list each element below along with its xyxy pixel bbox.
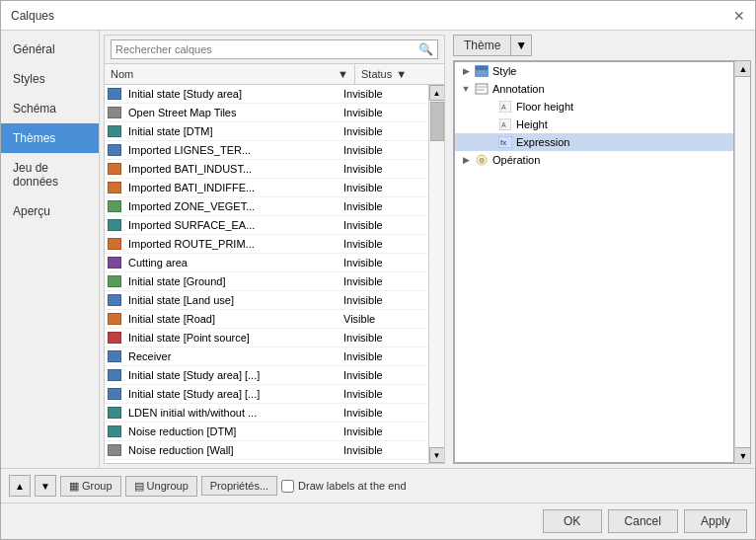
layer-row[interactable]: Imported LIGNES_TER...Invisible	[105, 141, 428, 160]
layer-status: Invisible	[340, 406, 428, 420]
ok-button[interactable]: OK	[543, 509, 602, 533]
operation-label: Opération	[492, 154, 729, 166]
operation-expander[interactable]: ▶	[459, 155, 473, 165]
layers-search-area: 🔍	[105, 36, 444, 64]
annotation-expander[interactable]: ▼	[459, 84, 473, 94]
layer-row[interactable]: Noise reduction [DTM]Invisible	[105, 423, 428, 441]
layer-row[interactable]: Imported ROUTE_PRIM...Invisible	[105, 235, 428, 254]
layer-row[interactable]: Imported BATI_INDIFFE...Invisible	[105, 179, 428, 197]
layer-status: Invisible	[340, 256, 428, 270]
layer-row[interactable]: Initial state [Study area] [...]Invisibl…	[105, 366, 428, 385]
layer-name: Initial state [Ground]	[124, 274, 340, 288]
theme-scroll-down[interactable]: ▼	[735, 447, 751, 463]
theme-tree[interactable]: ▶ Style ▼	[454, 61, 734, 463]
layer-row[interactable]: Initial state [Study area] [...]Invisibl…	[105, 385, 428, 404]
layer-name: Initial state [Point source]	[124, 331, 340, 345]
scroll-thumb[interactable]	[430, 102, 444, 141]
layer-name: Imported SURFACE_EA...	[124, 218, 340, 232]
annotation-icon	[473, 82, 491, 96]
move-up-button[interactable]: ▲	[9, 475, 31, 497]
properties-button[interactable]: Propriétés...	[201, 476, 277, 496]
group-button[interactable]: ▦ Group	[60, 476, 121, 497]
layer-icon	[105, 219, 124, 231]
sidebar-item-jeu[interactable]: Jeu de données	[1, 153, 99, 196]
svg-rect-2	[476, 71, 488, 75]
tree-item-height[interactable]: A Height	[455, 116, 733, 133]
tree-item-floor-height[interactable]: A Floor height	[455, 98, 733, 116]
bottom-toolbar: ▲ ▼ ▦ Group ▤ Ungroup Propriétés... Draw…	[1, 468, 755, 502]
layer-row[interactable]: Imported BATI_INDUST...Invisible	[105, 160, 428, 179]
sidebar-item-schema[interactable]: Schéma	[1, 94, 99, 123]
col-nom-header[interactable]: Nom ▼	[105, 64, 355, 84]
svg-text:⚙: ⚙	[479, 157, 485, 164]
apply-button[interactable]: Apply	[684, 509, 747, 533]
layer-icon	[105, 294, 124, 306]
theme-scroll-up[interactable]: ▲	[735, 61, 751, 77]
layer-row[interactable]: Initial state [Land use]Invisible	[105, 291, 428, 310]
layer-name: Imported ROUTE_PRIM...	[124, 237, 340, 251]
layer-icon	[105, 238, 124, 250]
scroll-up-btn[interactable]: ▲	[429, 85, 445, 101]
sidebar-item-styles[interactable]: Styles	[1, 64, 99, 94]
draw-labels-checkbox-label[interactable]: Draw labels at the end	[281, 480, 406, 493]
tree-item-annotation[interactable]: ▼ Annotation	[455, 80, 733, 98]
move-down-button[interactable]: ▼	[35, 475, 56, 497]
layer-row[interactable]: Noise reduction [Study a...]Invisible	[105, 460, 428, 463]
tree-item-operation[interactable]: ▶ ⚙ Opération	[455, 151, 733, 169]
layer-icon	[105, 444, 124, 456]
layer-name: LDEN initial with/without ...	[124, 406, 340, 420]
layer-row[interactable]: Initial state [Ground]Invisible	[105, 272, 428, 291]
layer-row[interactable]: Imported SURFACE_EA...Invisible	[105, 216, 428, 235]
layer-row[interactable]: Cutting areaInvisible	[105, 254, 428, 272]
draw-labels-checkbox[interactable]	[281, 480, 294, 493]
nom-sort-icon[interactable]: ▼	[338, 68, 348, 80]
layer-row[interactable]: Initial state [Study area]Invisible	[105, 85, 428, 104]
sidebar-item-general[interactable]: Général	[1, 35, 99, 64]
sidebar-item-apercu[interactable]: Aperçu	[1, 196, 99, 226]
search-input[interactable]	[115, 43, 418, 55]
sidebar-item-themes[interactable]: Thèmes	[1, 123, 99, 153]
down-arrow-icon: ▼	[40, 481, 50, 492]
layer-status: Invisible	[340, 106, 428, 119]
status-sort-icon[interactable]: ▼	[396, 68, 407, 80]
scroll-down-btn[interactable]: ▼	[429, 447, 445, 463]
theme-scroll-track[interactable]	[735, 77, 750, 447]
floor-height-label: Floor height	[516, 101, 729, 113]
layer-name: Receiver	[124, 349, 340, 363]
layer-status: Invisible	[340, 424, 428, 438]
layer-status: Invisible	[340, 462, 428, 463]
floor-height-icon: A	[496, 100, 514, 114]
tree-item-style[interactable]: ▶ Style	[455, 62, 733, 80]
theme-dropdown-btn[interactable]: ▼	[511, 35, 532, 56]
up-arrow-icon: ▲	[15, 481, 25, 492]
layer-icon	[105, 257, 124, 269]
layers-scrollbar[interactable]: ▲ ▼	[428, 85, 444, 463]
scroll-track[interactable]	[429, 101, 444, 447]
layer-row[interactable]: Open Street Map TilesInvisible	[105, 104, 428, 122]
search-box[interactable]: 🔍	[111, 39, 438, 59]
layers-list[interactable]: Initial state [Study area]InvisibleOpen …	[105, 85, 428, 463]
col-status-header[interactable]: Status ▼	[355, 64, 444, 84]
layer-row[interactable]: Initial state [DTM]Invisible	[105, 122, 428, 141]
close-button[interactable]: ✕	[733, 8, 745, 24]
layer-row[interactable]: Initial state [Point source]Invisible	[105, 329, 428, 347]
layer-name: Initial state [Road]	[124, 312, 340, 326]
layer-row[interactable]: Noise reduction [Wall]Invisible	[105, 441, 428, 460]
theme-button[interactable]: Thème	[453, 35, 511, 56]
layer-status: Invisible	[340, 143, 428, 157]
layer-row[interactable]: ReceiverInvisible	[105, 347, 428, 366]
layer-name: Noise reduction [Wall]	[124, 443, 340, 457]
cancel-button[interactable]: Cancel	[608, 509, 678, 533]
layer-status: Invisible	[340, 181, 428, 194]
layer-name: Noise reduction [Study a...]	[124, 462, 340, 463]
window-title: Calques	[11, 9, 54, 23]
layer-name: Imported BATI_INDIFFE...	[124, 181, 340, 194]
tree-item-expression[interactable]: fx Expression	[455, 133, 733, 151]
ungroup-button[interactable]: ▤ Ungroup	[125, 476, 197, 497]
layers-panel: 🔍 Nom ▼ Status ▼ Initial state [Study ar…	[104, 35, 445, 464]
layer-row[interactable]: Initial state [Road]Visible	[105, 310, 428, 329]
layer-row[interactable]: Imported ZONE_VEGET...Invisible	[105, 197, 428, 216]
layer-name: Initial state [Study area] [...]	[124, 387, 340, 401]
layer-row[interactable]: LDEN initial with/without ...Invisible	[105, 404, 428, 423]
layer-name: Initial state [Study area]	[124, 87, 340, 101]
